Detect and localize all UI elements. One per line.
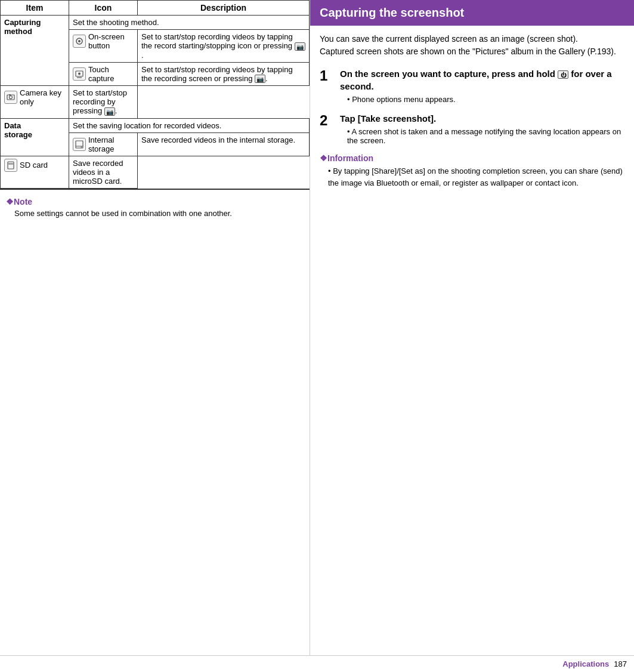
sd-card-icon <box>4 159 17 172</box>
section-header: Capturing the screenshot <box>310 0 634 26</box>
data-storage-desc: Set the saving location for recorded vid… <box>69 118 310 132</box>
internal-storage-icon-box: Internalstorage <box>73 135 114 153</box>
left-panel: Item Icon Description Capturingmethod Se… <box>0 0 310 655</box>
touch-capture-icon <box>73 67 86 81</box>
internal-storage-desc: Save recorded videos in the internal sto… <box>138 132 310 156</box>
internal-storage-icon <box>73 138 86 151</box>
bottom-bar: Applications 187 <box>0 655 634 672</box>
step-2: 2 Tap [Take screenshot]. A screen shot i… <box>320 112 624 145</box>
item-data-storage: Datastorage <box>1 118 69 156</box>
internal-storage-label: Internalstorage <box>88 135 114 153</box>
step-2-title: Tap [Take screenshot]. <box>340 112 624 125</box>
table-row: Capturingmethod Set the shooting method. <box>1 16 310 30</box>
right-content: You can save the current displayed scree… <box>310 33 634 655</box>
col-header-item: Item <box>1 1 69 16</box>
camera-key-label: Camera keyonly <box>20 88 61 106</box>
table-row: SD card Save recorded videos in a microS… <box>1 156 310 188</box>
svg-point-4 <box>78 72 81 75</box>
note-section: ❖Note Some settings cannot be used in co… <box>0 190 310 224</box>
sd-card-label: SD card <box>20 161 48 169</box>
on-screen-icon <box>73 35 86 48</box>
power-button-icon: ⏻ <box>558 70 568 79</box>
step-1-number: 1 <box>320 67 334 104</box>
camera-key-desc: Set to start/stop recording by pressing … <box>69 86 138 119</box>
page-number: 187 <box>614 659 627 668</box>
step-1-content: On the screen you want to capture, press… <box>340 67 624 104</box>
applications-label: Applications <box>562 659 609 668</box>
sd-card-icon-box: SD card <box>4 159 48 172</box>
table-wrapper: Item Icon Description Capturingmethod Se… <box>0 0 310 190</box>
sd-card-desc: Save recorded videos in a microSD card. <box>69 156 138 188</box>
icon-cell-sd-card: SD card <box>1 156 69 188</box>
step-1-sub: Phone options menu appears. <box>340 95 624 104</box>
camera-icon-inline2: 📷 <box>255 75 265 83</box>
col-header-description: Description <box>138 1 310 16</box>
svg-rect-7 <box>9 94 11 95</box>
camera-icon-inline1: 📷 <box>295 42 305 51</box>
touch-capture-icon-box: Touchcapture <box>73 65 114 83</box>
svg-rect-11 <box>8 162 14 169</box>
step-2-sub: A screen shot is taken and a message not… <box>340 127 624 145</box>
info-title: ❖Information <box>320 153 624 163</box>
capturing-method-desc: Set the shooting method. <box>69 16 310 30</box>
on-screen-label: On-screenbutton <box>88 32 125 50</box>
svg-point-1 <box>78 40 81 42</box>
intro-line1: You can save the current displayed scree… <box>320 34 578 44</box>
step-2-content: Tap [Take screenshot]. A screen shot is … <box>340 112 624 145</box>
step-2-number: 2 <box>320 112 334 145</box>
on-screen-desc: Set to start/stop recording videos by ta… <box>138 30 310 63</box>
svg-point-10 <box>81 146 82 147</box>
icon-cell-on-screen: On-screenbutton <box>69 30 138 63</box>
information-section: ❖Information By tapping [Share]/[Set as]… <box>320 153 624 189</box>
icon-cell-internal: Internalstorage <box>69 132 138 156</box>
camera-key-icon-box: Camera keyonly <box>4 88 61 106</box>
right-panel: Capturing the screenshot You can save th… <box>310 0 634 655</box>
on-screen-icon-box: On-screenbutton <box>73 32 125 50</box>
page-container: Item Icon Description Capturingmethod Se… <box>0 0 634 655</box>
touch-capture-desc: Set to start/stop recording videos by ta… <box>138 62 310 86</box>
icon-cell-touch-capture: Touchcapture <box>69 62 138 86</box>
note-title: ❖Note <box>6 197 304 206</box>
table-row: Datastorage Set the saving location for … <box>1 118 310 132</box>
main-table: Item Icon Description Capturingmethod Se… <box>0 0 310 189</box>
step-1: 1 On the screen you want to capture, pre… <box>320 67 624 104</box>
note-body: Some settings cannot be used in combinat… <box>6 209 304 218</box>
item-capturing-method: Capturingmethod <box>1 16 69 86</box>
touch-capture-label: Touchcapture <box>88 65 114 83</box>
intro-text: You can save the current displayed scree… <box>320 33 624 58</box>
note-diamond-icon: ❖ <box>6 197 14 206</box>
camera-key-icon <box>4 91 17 104</box>
info-body: By tapping [Share]/[Set as] on the shoot… <box>320 165 624 189</box>
table-row: Camera keyonly Set to start/stop recordi… <box>1 86 310 119</box>
col-header-icon: Icon <box>69 1 138 16</box>
info-diamond-icon: ❖ <box>320 153 327 163</box>
step-1-title: On the screen you want to capture, press… <box>340 67 624 93</box>
intro-line2: Captured screen shots are shown on the "… <box>320 47 616 56</box>
camera-icon-inline3: 📷 <box>104 107 115 116</box>
svg-point-6 <box>10 96 13 99</box>
icon-cell-camera-key: Camera keyonly <box>1 86 69 119</box>
